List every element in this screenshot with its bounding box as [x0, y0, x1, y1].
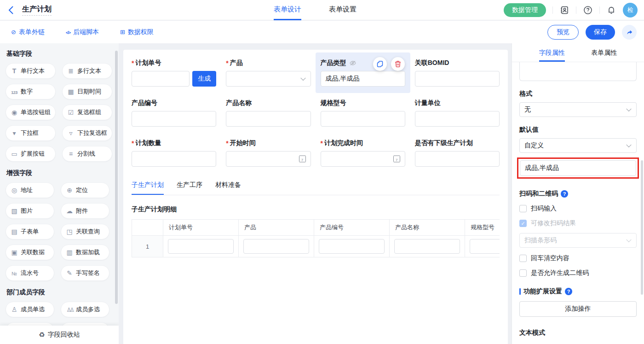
field-pill[interactable]: 关联数据: [6, 245, 54, 260]
copy-field-button[interactable]: [373, 57, 387, 71]
finish-time-input[interactable]: 7: [321, 151, 405, 167]
subform-cell-input[interactable]: [470, 239, 500, 254]
field-pill[interactable]: 分割线: [62, 146, 112, 162]
default-value-mode-select[interactable]: 自定义: [519, 138, 637, 153]
product-code-input[interactable]: [132, 111, 216, 127]
subform-cell-input[interactable]: [243, 239, 309, 254]
field-pill-icon: [11, 129, 18, 137]
checkbox-row[interactable]: 可修改扫码结果: [519, 219, 637, 227]
field-pill[interactable]: 成员多选: [61, 302, 109, 317]
help-icon[interactable]: ?: [565, 288, 572, 295]
toolbar-link[interactable]: 表单外链: [11, 28, 45, 36]
help-icon[interactable]: [583, 5, 593, 15]
panel-tab[interactable]: 表单属性: [591, 43, 617, 62]
field-pill[interactable]: 单选按钮组: [6, 105, 56, 120]
field-product[interactable]: 产品: [226, 59, 310, 87]
field-pill[interactable]: 多行文本: [62, 63, 112, 79]
start-time-input[interactable]: 7: [226, 151, 310, 167]
default-value-label: 默认值: [519, 126, 637, 134]
field-product-code[interactable]: 产品编号: [132, 99, 216, 127]
has-sub-plan-input[interactable]: [415, 151, 500, 167]
format-select-value: 无: [524, 105, 531, 114]
field-pill[interactable]: 日期时间: [62, 84, 112, 99]
default-value-input[interactable]: 成品,半成品: [520, 160, 636, 176]
field-pill[interactable]: 图片: [6, 203, 54, 219]
field-bom-id[interactable]: 关联BOMID: [415, 59, 500, 87]
field-pill[interactable]: 子表单: [6, 224, 54, 239]
field-pill[interactable]: 地址: [6, 182, 54, 198]
checkbox[interactable]: [519, 205, 527, 212]
field-pill[interactable]: 手写签名: [61, 265, 109, 281]
product-type-input[interactable]: 成品,半成品: [321, 71, 405, 87]
field-unit[interactable]: 计量单位: [415, 99, 500, 127]
field-spec[interactable]: 规格型号: [321, 99, 405, 127]
checkbox[interactable]: [519, 255, 527, 262]
field-pill[interactable]: 附件: [61, 203, 109, 219]
add-action-button[interactable]: 添加操作: [519, 301, 637, 317]
panel-scrollbar[interactable]: [641, 160, 643, 295]
delete-field-button[interactable]: [391, 57, 405, 71]
clipped-top-input[interactable]: [519, 62, 637, 81]
share-button[interactable]: [622, 25, 637, 40]
checkbox-row[interactable]: 扫码输入: [519, 204, 637, 213]
spec-input[interactable]: [321, 111, 405, 127]
plan-qty-input[interactable]: [132, 151, 216, 167]
checkbox-label: 回车清空内容: [531, 254, 569, 262]
sub-plan-tab[interactable]: 生产工序: [177, 181, 202, 195]
field-product-name[interactable]: 产品名称: [226, 99, 310, 127]
checkbox-row[interactable]: 是否允许生成二维码: [519, 269, 637, 277]
sub-plan-tab[interactable]: 子生产计划: [132, 181, 164, 195]
field-plan-qty[interactable]: 计划数量: [132, 139, 216, 167]
toolbar-link[interactable]: 后端脚本: [66, 28, 99, 36]
toolbar-link[interactable]: 数据权限: [120, 28, 154, 36]
field-recycle-bin[interactable]: ♻ 字段回收站: [0, 326, 119, 344]
plan-no-input[interactable]: [132, 71, 190, 87]
field-pill[interactable]: 复选框组: [62, 105, 112, 120]
avatar[interactable]: 检: [623, 3, 638, 17]
field-pill-label: 数字: [21, 87, 33, 96]
sidebar-scrollbar[interactable]: [115, 51, 118, 304]
field-start-time[interactable]: 开始时间 7: [226, 139, 310, 167]
format-select[interactable]: 无: [519, 102, 637, 117]
subform-title: 子生产计划明细: [132, 205, 500, 214]
field-pill[interactable]: 下拉复选框: [62, 125, 112, 141]
back-button[interactable]: [8, 6, 17, 15]
product-name-input[interactable]: [226, 111, 310, 127]
generate-button[interactable]: 生成: [192, 71, 216, 87]
header-tab[interactable]: 表单设置: [329, 0, 356, 20]
unit-input[interactable]: [415, 111, 500, 127]
field-pill[interactable]: 数字: [6, 84, 56, 99]
contacts-book-icon[interactable]: [559, 5, 569, 15]
preview-button[interactable]: 预览: [547, 25, 579, 40]
subform-column-header: 计划单号: [163, 220, 239, 235]
toolbar-link-label: 后端脚本: [73, 28, 99, 36]
field-pill[interactable]: 数据加载: [61, 245, 109, 260]
bom-id-input[interactable]: [415, 71, 500, 87]
field-plan-no[interactable]: 计划单号 生成: [132, 59, 216, 87]
field-product-type[interactable]: 产品类型 成品,半成品: [316, 52, 410, 93]
recycle-label: 字段回收站: [48, 331, 80, 339]
field-has-sub-plan[interactable]: 是否有下级生产计划: [415, 139, 500, 167]
checkbox[interactable]: [519, 269, 527, 277]
product-select[interactable]: [226, 71, 310, 87]
field-finish-time[interactable]: 计划完成时间 7: [321, 139, 405, 167]
field-pill[interactable]: 流水号: [6, 265, 54, 281]
checkbox[interactable]: [519, 220, 527, 227]
checkbox-row[interactable]: 回车清空内容: [519, 254, 637, 262]
field-pill[interactable]: 成员单选: [6, 302, 54, 317]
subform-cell-input[interactable]: [394, 239, 460, 254]
subform-cell-input[interactable]: [319, 239, 385, 254]
panel-tab[interactable]: 字段属性: [539, 43, 565, 62]
bell-icon[interactable]: [606, 5, 616, 15]
help-icon[interactable]: ?: [561, 190, 568, 198]
field-pill[interactable]: 扩展按钮: [6, 146, 56, 162]
field-pill[interactable]: 定位: [61, 182, 109, 198]
subform-cell-input[interactable]: [168, 239, 234, 254]
field-pill[interactable]: 单行文本: [6, 63, 56, 79]
header-tab[interactable]: 表单设计: [274, 0, 301, 20]
data-manage-button[interactable]: 数据管理: [504, 3, 546, 17]
sub-plan-tab[interactable]: 材料准备: [215, 181, 241, 195]
save-button[interactable]: 保存: [586, 25, 615, 40]
field-pill[interactable]: 下拉框: [6, 125, 56, 141]
field-pill[interactable]: 关联查询: [61, 224, 109, 239]
